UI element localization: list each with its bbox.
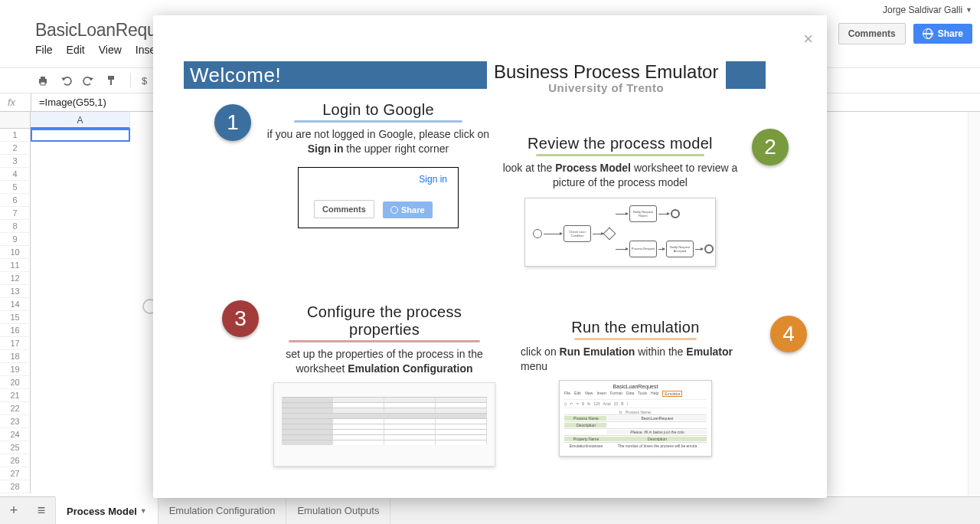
- mini-share-button: Share: [383, 201, 433, 218]
- row-header[interactable]: 5: [0, 181, 31, 194]
- bpmn-arrow: [658, 214, 669, 215]
- step-1-desc: if you are not logged in Google, please …: [266, 127, 490, 156]
- welcome-banner-right: [726, 61, 766, 89]
- step-2: 2 Review the process model look at the P…: [498, 135, 773, 267]
- row-header[interactable]: 11: [0, 259, 31, 272]
- menu-view[interactable]: View: [99, 44, 122, 56]
- step-4-text-b: Run Emulation: [560, 346, 635, 358]
- row-header[interactable]: 2: [0, 142, 31, 155]
- share-button[interactable]: Share: [913, 24, 972, 44]
- row-header[interactable]: 14: [0, 298, 31, 311]
- row-header[interactable]: 24: [0, 428, 31, 441]
- svg-rect-4: [110, 80, 112, 85]
- step-1-underline: [294, 120, 462, 123]
- row-header[interactable]: 22: [0, 402, 31, 415]
- mini-menu-item: Edit: [574, 391, 581, 397]
- bpmn-arrow: [616, 249, 628, 250]
- row-header[interactable]: 19: [0, 363, 31, 376]
- step-number-2: 2: [752, 129, 789, 165]
- mini-cell: Property Name: [564, 437, 606, 441]
- fx-label: fx: [8, 97, 31, 108]
- row-header[interactable]: 10: [0, 246, 31, 259]
- bpmn-arrow: [658, 249, 665, 250]
- formula-separator: [31, 93, 31, 111]
- svg-rect-1: [41, 77, 45, 79]
- user-menu[interactable]: Jorge Saldivar Galli ▼: [883, 0, 972, 20]
- redo-icon[interactable]: [81, 73, 96, 88]
- sheet-tab-emulation-outputs[interactable]: Emulation Outputs: [286, 497, 390, 525]
- globe-icon: [390, 206, 398, 214]
- step-1-heading: Login to Google: [266, 101, 490, 119]
- active-cell[interactable]: [31, 129, 130, 142]
- select-all-corner[interactable]: [0, 112, 31, 129]
- column-header-a[interactable]: A: [31, 112, 130, 129]
- mini-cell: Process Name: [564, 416, 606, 421]
- add-sheet-button[interactable]: +: [0, 497, 28, 525]
- row-header[interactable]: 1: [0, 129, 31, 142]
- mini-menu-item: Tools: [638, 391, 647, 397]
- mini-comments-button: Comments: [314, 200, 374, 218]
- bpmn-task: Notify Request Reject: [629, 205, 657, 222]
- step-1-text-a: if you are not logged in Google, please …: [267, 128, 489, 140]
- mini-fx-value: Process Name:: [626, 410, 652, 414]
- header-actions: Comments Share: [838, 23, 972, 44]
- row-header[interactable]: 27: [0, 467, 31, 480]
- row-header[interactable]: 15: [0, 311, 31, 324]
- bpmn-end-event-icon: [704, 244, 714, 254]
- svg-rect-3: [108, 76, 114, 80]
- bpmn-start-event-icon: [533, 229, 542, 238]
- caret-down-icon: ▼: [140, 507, 147, 515]
- sheet-tab-process-model[interactable]: Process Model ▼: [55, 496, 158, 525]
- mini-menu: File Edit View Insert Format Data Tools …: [564, 391, 707, 397]
- mini-cell: The number of times the process will be …: [606, 444, 707, 448]
- bpmn-task: Notify Request Accepted: [666, 241, 694, 257]
- undo-icon[interactable]: [58, 73, 74, 88]
- mini-menu-item: Help: [651, 391, 658, 397]
- vertical-scrollbar[interactable]: [968, 112, 980, 496]
- row-header[interactable]: 7: [0, 207, 31, 220]
- row-header[interactable]: 17: [0, 337, 31, 350]
- sheet-tab-emulation-configuration[interactable]: Emulation Configuration: [158, 497, 287, 525]
- mini-menu-item: Insert: [596, 391, 606, 397]
- modal-body: Welcome! Business Process Emulator Unive…: [153, 15, 827, 498]
- signin-link: Sign in: [419, 174, 447, 185]
- row-header[interactable]: 16: [0, 324, 31, 337]
- paint-format-icon[interactable]: [104, 73, 119, 88]
- bpmn-arrow: [544, 234, 562, 234]
- mini-cell: EmulationInstances: [564, 444, 606, 448]
- step-2-underline: [536, 154, 704, 156]
- step-1-text-b: Sign in: [308, 142, 344, 155]
- row-header[interactable]: 28: [0, 480, 31, 493]
- row-header[interactable]: 4: [0, 168, 31, 181]
- menu-edit[interactable]: Edit: [67, 44, 85, 56]
- step-4-heading: Run the emulation: [513, 319, 758, 336]
- mini-menu-item: View: [585, 391, 593, 397]
- row-header[interactable]: 6: [0, 194, 31, 207]
- sheet-tab-label: Process Model: [67, 506, 137, 517]
- welcome-banner-left: Welcome!: [184, 61, 487, 89]
- mini-toolbar: ⎙↶↷$%123Arial10BI: [564, 399, 707, 408]
- step-number-3: 3: [222, 300, 259, 337]
- menu-file[interactable]: File: [35, 44, 53, 56]
- row-header[interactable]: 8: [0, 220, 31, 233]
- comments-button[interactable]: Comments: [838, 23, 906, 44]
- step-1: 1 Login to Google if you are not logged …: [214, 101, 490, 228]
- row-header[interactable]: 13: [0, 285, 31, 298]
- row-header[interactable]: 3: [0, 155, 31, 168]
- row-header[interactable]: 21: [0, 389, 31, 402]
- svg-rect-2: [41, 82, 45, 85]
- step-number-4: 4: [770, 316, 807, 352]
- all-sheets-button[interactable]: ≡: [28, 497, 55, 525]
- row-header[interactable]: 9: [0, 233, 31, 246]
- row-header[interactable]: 26: [0, 454, 31, 467]
- row-header[interactable]: 18: [0, 350, 31, 363]
- mini-cell: Please, fill in below just the colu: [606, 430, 707, 434]
- row-header[interactable]: 20: [0, 376, 31, 389]
- step-number-1: 1: [214, 104, 251, 141]
- row-header[interactable]: 12: [0, 272, 31, 285]
- row-header[interactable]: 23: [0, 415, 31, 428]
- print-icon[interactable]: [35, 73, 51, 88]
- row-header[interactable]: 25: [0, 441, 31, 454]
- currency-button[interactable]: $: [142, 75, 147, 87]
- mini-cell: Description: [564, 423, 606, 427]
